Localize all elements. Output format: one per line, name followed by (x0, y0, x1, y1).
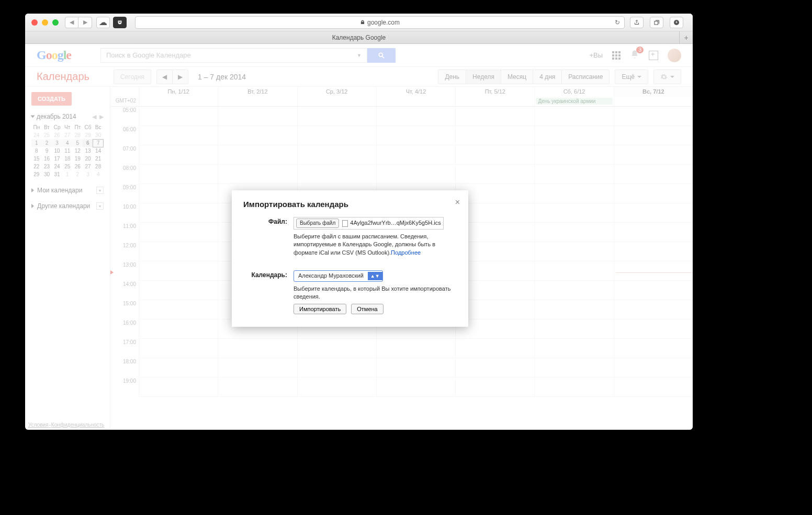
svg-rect-0 (655, 21, 658, 25)
icloud-icon[interactable]: ☁ (96, 17, 110, 28)
forward-button[interactable]: ▶ (78, 17, 92, 28)
url-text: google.com (367, 19, 400, 26)
calendar-select-value: Александр Мураховский (294, 271, 368, 281)
file-chooser[interactable]: Выбрать файл 4Aylga2fwurYrb…qMjx6Ky5g5H.… (294, 217, 444, 230)
modal-close-button[interactable]: × (455, 198, 460, 207)
browser-chrome: ◀ ▶ ☁ 🔒︎ google.com ↻ (25, 14, 693, 31)
import-modal: × Импортировать календарь Файл: Выбрать … (232, 190, 468, 327)
downloads-icon[interactable] (670, 17, 683, 28)
browser-window: ◀ ▶ ☁ 🔒︎ google.com ↻ Календарь Google + (25, 14, 693, 430)
lock-icon: 🔒︎ (360, 19, 365, 25)
tab-title[interactable]: Календарь Google (332, 34, 386, 41)
cancel-button[interactable]: Отмена (351, 304, 383, 314)
select-arrow-icon: ▲▼ (368, 272, 382, 281)
calendar-label: Календарь: (243, 270, 294, 314)
calendar-help-text: Выберите календарь, в который Вы хотите … (294, 285, 457, 301)
learn-more-link[interactable]: Подробнее (391, 249, 421, 256)
zoom-window-button[interactable] (52, 19, 59, 26)
new-tab-button[interactable]: + (679, 31, 693, 44)
pocket-icon[interactable] (113, 17, 127, 28)
chosen-filename: 4Aylga2fwurYrb…qMjx6Ky5g5H.ics (350, 219, 441, 227)
share-icon[interactable] (630, 17, 644, 28)
choose-file-button[interactable]: Выбрать файл (296, 219, 339, 228)
address-bar[interactable]: 🔒︎ google.com ↻ (135, 16, 625, 29)
file-label: Файл: (243, 217, 294, 257)
file-icon (342, 220, 348, 227)
minimize-window-button[interactable] (42, 19, 48, 26)
import-button[interactable]: Импортировать (294, 304, 346, 314)
tabs-icon[interactable] (650, 17, 663, 28)
calendar-select[interactable]: Александр Мураховский ▲▼ (294, 270, 383, 281)
traffic-lights (31, 19, 59, 26)
tab-bar: Календарь Google + (25, 31, 693, 44)
modal-title: Импортировать календарь (243, 200, 457, 209)
close-window-button[interactable] (31, 19, 38, 26)
back-button[interactable]: ◀ (65, 17, 78, 28)
file-help-text: Выберите файл с вашим расписанием. Сведе… (294, 233, 457, 257)
reload-icon[interactable]: ↻ (615, 19, 620, 26)
